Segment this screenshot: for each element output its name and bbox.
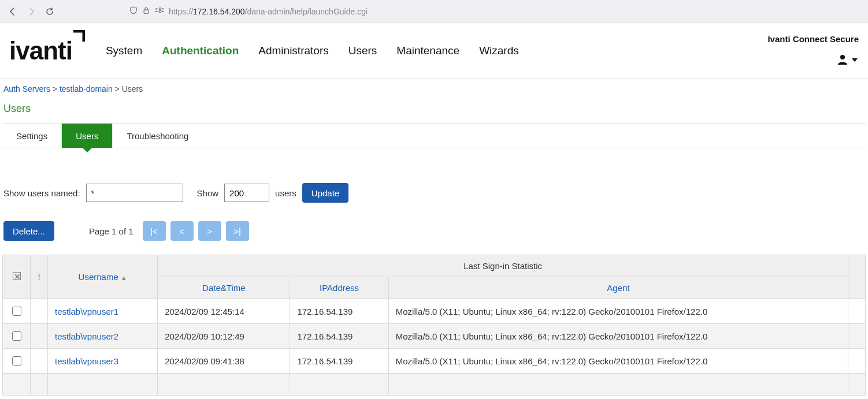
svg-point-7 xyxy=(840,55,845,59)
filter-row: Show users named: Show users Update xyxy=(0,148,868,208)
update-button[interactable]: Update xyxy=(302,183,348,203)
datetime-cell: 2024/02/09 12:45:14 xyxy=(158,299,290,324)
spacer-cell xyxy=(848,349,866,374)
svg-rect-5 xyxy=(162,8,164,9)
row-alert-cell xyxy=(31,349,48,374)
svg-rect-6 xyxy=(162,11,164,12)
row-checkbox[interactable] xyxy=(12,331,21,341)
user-icon xyxy=(837,54,848,68)
permissions-icon xyxy=(155,6,164,16)
page-next-button[interactable]: > xyxy=(198,221,221,241)
empty-cell xyxy=(388,374,848,396)
username-link[interactable]: testlab\vpnuser3 xyxy=(55,356,118,366)
breadcrumb-current: Users xyxy=(122,84,143,94)
show-named-input[interactable] xyxy=(86,184,183,202)
row-checkbox[interactable] xyxy=(12,307,21,316)
subtabs: SettingsUsersTroubleshooting xyxy=(2,123,866,148)
reload-button[interactable] xyxy=(42,3,58,20)
tab-troubleshooting[interactable]: Troubleshooting xyxy=(113,124,202,148)
actions-row: Delete... Page 1 of 1 |< < > >| xyxy=(0,208,868,255)
top-nav: SystemAuthenticationAdministratorsUsersM… xyxy=(106,44,519,57)
datetime-cell: 2024/02/09 09:41:38 xyxy=(158,349,290,374)
page-last-button[interactable]: >| xyxy=(226,221,249,241)
nav-item-authentication[interactable]: Authentication xyxy=(162,44,239,57)
table-row xyxy=(3,374,866,396)
breadcrumb-link[interactable]: testlab-domain xyxy=(60,84,113,94)
url-bar[interactable]: https://172.16.54.200/dana-admin/help/la… xyxy=(124,3,863,20)
tab-settings[interactable]: Settings xyxy=(2,124,61,148)
row-alert-cell xyxy=(31,299,48,324)
spacer-cell xyxy=(848,299,866,324)
row-checkbox[interactable] xyxy=(12,356,21,366)
svg-rect-2 xyxy=(155,11,158,12)
show-count-input[interactable] xyxy=(224,184,269,202)
alert-header[interactable]: ! xyxy=(31,255,48,299)
username-header[interactable]: Username▲ xyxy=(48,255,158,299)
empty-cell xyxy=(31,374,48,396)
nav-item-wizards[interactable]: Wizards xyxy=(479,44,519,57)
agent-cell: Mozilla/5.0 (X11; Ubuntu; Linux x86_64; … xyxy=(388,349,848,374)
spacer-cell xyxy=(848,324,866,349)
lock-icon xyxy=(142,6,150,16)
shield-icon xyxy=(129,6,138,16)
agent-header[interactable]: Agent xyxy=(388,277,848,299)
users-suffix-label: users xyxy=(275,188,296,198)
users-table: ! Username▲ Last Sign-in Statistic Date&… xyxy=(2,255,866,396)
ip-cell: 172.16.54.139 xyxy=(290,299,388,324)
browser-toolbar: https://172.16.54.200/dana-admin/help/la… xyxy=(0,0,868,23)
nav-item-administrators[interactable]: Administrators xyxy=(258,44,328,57)
table-row: testlab\vpnuser12024/02/09 12:45:14172.1… xyxy=(3,299,866,324)
empty-cell xyxy=(158,374,290,396)
chevron-down-icon xyxy=(851,55,859,67)
spacer-header xyxy=(848,255,866,299)
nav-item-users[interactable]: Users xyxy=(348,44,377,57)
svg-point-4 xyxy=(159,10,161,13)
empty-cell xyxy=(48,374,158,396)
brand-text: Ivanti Connect Secure xyxy=(767,34,859,44)
table-row: testlab\vpnuser32024/02/09 09:41:38172.1… xyxy=(3,349,866,374)
breadcrumb: Auth Servers > testlab-domain > Users xyxy=(0,79,868,96)
page-title: Users xyxy=(0,96,868,123)
stat-group-header: Last Sign-in Statistic xyxy=(158,255,848,277)
username-link[interactable]: testlab\vpnuser1 xyxy=(55,307,118,316)
nav-item-system[interactable]: System xyxy=(106,44,142,57)
select-all-icon xyxy=(13,272,21,280)
tab-users[interactable]: Users xyxy=(62,124,112,148)
show-count-label: Show xyxy=(197,188,219,198)
ip-header[interactable]: IPAddress xyxy=(290,277,388,299)
page-label: Page 1 of 1 xyxy=(89,226,133,236)
svg-rect-0 xyxy=(144,10,149,13)
select-all-header[interactable] xyxy=(3,255,31,299)
ip-cell: 172.16.54.139 xyxy=(290,349,388,374)
datetime-cell: 2024/02/09 10:12:49 xyxy=(158,324,290,349)
back-button[interactable] xyxy=(5,3,21,20)
ip-cell: 172.16.54.139 xyxy=(290,324,388,349)
svg-point-3 xyxy=(159,8,161,10)
page-first-button[interactable]: |< xyxy=(143,221,166,241)
show-named-label: Show users named: xyxy=(3,188,80,198)
forward-button[interactable] xyxy=(23,3,39,20)
nav-item-maintenance[interactable]: Maintenance xyxy=(396,44,459,57)
agent-cell: Mozilla/5.0 (X11; Ubuntu; Linux x86_64; … xyxy=(388,299,848,324)
delete-button[interactable]: Delete... xyxy=(3,221,54,241)
row-alert-cell xyxy=(31,324,48,349)
user-menu[interactable] xyxy=(837,54,859,68)
url-text: https://172.16.54.200/dana-admin/help/la… xyxy=(169,7,368,16)
empty-cell xyxy=(848,374,866,396)
datetime-header[interactable]: Date&Time xyxy=(158,277,290,299)
agent-cell: Mozilla/5.0 (X11; Ubuntu; Linux x86_64; … xyxy=(388,324,848,349)
svg-rect-1 xyxy=(155,8,158,9)
sort-asc-icon: ▲ xyxy=(121,274,127,281)
page-prev-button[interactable]: < xyxy=(170,221,194,241)
app-header: ivanti SystemAuthenticationAdministrator… xyxy=(0,23,868,79)
empty-cell xyxy=(290,374,388,396)
breadcrumb-link[interactable]: Auth Servers xyxy=(3,84,50,94)
table-row: testlab\vpnuser22024/02/09 10:12:49172.1… xyxy=(3,324,866,349)
empty-cell xyxy=(3,374,31,396)
username-link[interactable]: testlab\vpnuser2 xyxy=(55,331,118,341)
logo: ivanti xyxy=(6,38,90,64)
